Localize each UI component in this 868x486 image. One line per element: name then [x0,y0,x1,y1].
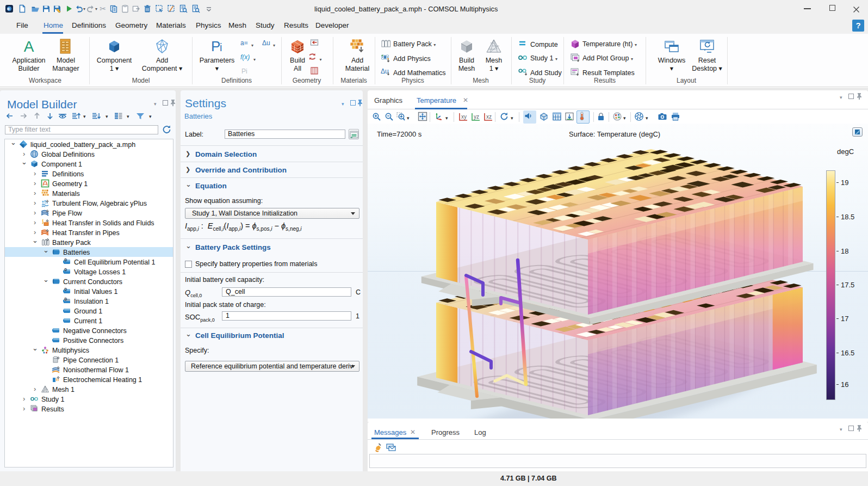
svg-text:xz: xz [486,114,492,120]
svg-text:P: P [211,38,220,54]
svg-text:yz: yz [474,114,479,120]
svg-text:D: D [65,297,67,301]
svg-text:xy: xy [461,114,467,120]
svg-text:D: D [65,268,67,272]
svg-text:D: D [65,287,67,291]
svg-text:D: D [65,258,67,262]
svg-text:f(x): f(x) [240,53,250,61]
svg-text:A: A [24,38,34,54]
svg-text:a=: a= [240,39,248,47]
svg-text:Δu: Δu [262,39,270,47]
svg-text:i: i [220,41,222,53]
svg-text:Pi: Pi [241,67,247,75]
svg-text:✂: ✂ [100,4,106,13]
